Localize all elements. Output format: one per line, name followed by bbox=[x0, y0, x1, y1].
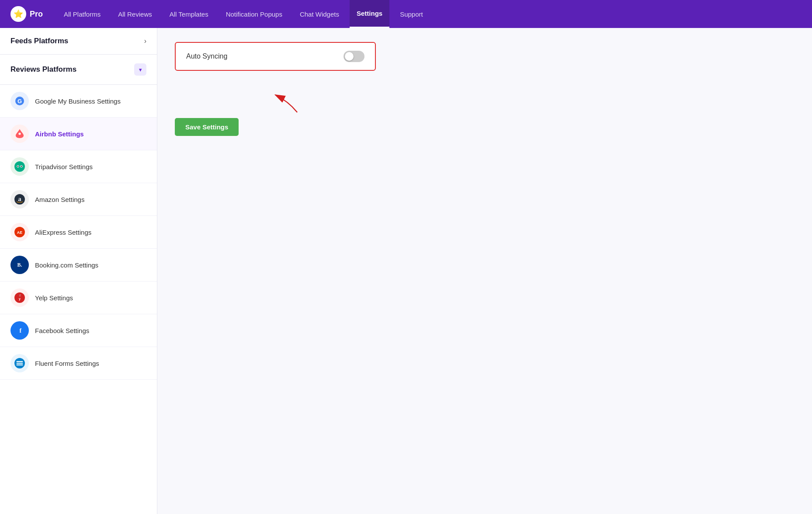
toggle-thumb bbox=[345, 52, 354, 61]
svg-point-7 bbox=[21, 166, 22, 167]
booking-icon: B. bbox=[10, 256, 29, 274]
sidebar-item-facebook[interactable]: f Facebook Settings bbox=[0, 314, 157, 347]
facebook-icon: f bbox=[10, 321, 29, 340]
auto-sync-label: Auto Syncing bbox=[186, 52, 227, 60]
sidebar-item-yelp[interactable]: 🍴y Yelp Settings bbox=[0, 281, 157, 314]
nav-support[interactable]: Support bbox=[393, 0, 430, 28]
auto-sync-box: Auto Syncing bbox=[175, 42, 376, 71]
nav-settings[interactable]: Settings bbox=[350, 0, 389, 28]
nav-notification-popups[interactable]: Notification Popups bbox=[219, 0, 289, 28]
sidebar-item-gmb[interactable]: G Google My Business Settings bbox=[0, 85, 157, 118]
amazon-icon: a bbox=[10, 190, 29, 208]
sidebar-item-gmb-label: Google My Business Settings bbox=[35, 97, 121, 105]
sidebar-item-booking[interactable]: B. Booking.com Settings bbox=[0, 249, 157, 281]
nav-logo: ⭐ Pro bbox=[10, 6, 43, 22]
reviews-chevron-down-icon[interactable]: ▾ bbox=[134, 63, 146, 76]
aliexpress-icon: AE bbox=[10, 223, 29, 241]
svg-text:B.: B. bbox=[17, 262, 22, 268]
navbar: ⭐ Pro All Platforms All Reviews All Temp… bbox=[0, 0, 812, 28]
sidebar-item-tripadvisor[interactable]: Tripadvisor Settings bbox=[0, 150, 157, 183]
sidebar-item-fluent[interactable]: Fluent Forms Settings bbox=[0, 347, 157, 380]
svg-text:f: f bbox=[19, 327, 21, 334]
sidebar-item-yelp-label: Yelp Settings bbox=[35, 294, 73, 302]
tripadvisor-icon bbox=[10, 157, 29, 176]
sidebar: Feeds Platforms › Reviews Platforms ▾ G … bbox=[0, 28, 157, 514]
gmb-icon: G bbox=[10, 92, 29, 110]
yelp-icon: 🍴y bbox=[10, 288, 29, 307]
main-content: Auto Syncing Save Settings bbox=[157, 28, 812, 514]
sidebar-item-facebook-label: Facebook Settings bbox=[35, 327, 89, 334]
toggle-track[interactable] bbox=[344, 51, 364, 62]
airbnb-icon bbox=[10, 125, 29, 143]
reviews-platforms-title: Reviews Platforms bbox=[10, 65, 76, 74]
sidebar-item-aliexpress-label: AliExpress Settings bbox=[35, 229, 91, 236]
arrow-annotation bbox=[175, 88, 376, 115]
nav-chat-widgets[interactable]: Chat Widgets bbox=[293, 0, 346, 28]
sidebar-item-booking-label: Booking.com Settings bbox=[35, 261, 98, 269]
sidebar-item-airbnb-label: Airbnb Settings bbox=[35, 130, 84, 138]
svg-text:AE: AE bbox=[17, 230, 22, 235]
logo-icon: ⭐ bbox=[10, 6, 26, 22]
feeds-platforms-title: Feeds Platforms bbox=[10, 37, 68, 45]
svg-text:G: G bbox=[17, 98, 22, 104]
feeds-platforms-header[interactable]: Feeds Platforms › bbox=[0, 28, 157, 55]
reviews-platforms-header[interactable]: Reviews Platforms ▾ bbox=[0, 55, 157, 85]
svg-text:a: a bbox=[18, 195, 21, 202]
fluent-icon bbox=[10, 354, 29, 372]
svg-point-6 bbox=[17, 166, 19, 167]
auto-sync-toggle[interactable] bbox=[344, 51, 364, 62]
svg-text:y: y bbox=[19, 297, 21, 301]
nav-all-platforms[interactable]: All Platforms bbox=[57, 0, 108, 28]
svg-point-2 bbox=[18, 132, 21, 135]
sidebar-item-amazon[interactable]: a Amazon Settings bbox=[0, 183, 157, 216]
sidebar-item-airbnb[interactable]: Airbnb Settings bbox=[0, 118, 157, 150]
main-container: Feeds Platforms › Reviews Platforms ▾ G … bbox=[0, 28, 812, 514]
sidebar-item-fluent-label: Fluent Forms Settings bbox=[35, 360, 99, 367]
svg-point-3 bbox=[14, 161, 25, 172]
sidebar-item-aliexpress[interactable]: AE AliExpress Settings bbox=[0, 216, 157, 249]
save-settings-button[interactable]: Save Settings bbox=[175, 118, 239, 136]
sidebar-item-tripadvisor-label: Tripadvisor Settings bbox=[35, 163, 93, 170]
feeds-chevron-right-icon: › bbox=[144, 37, 146, 45]
logo-text: Pro bbox=[30, 10, 43, 19]
sidebar-item-amazon-label: Amazon Settings bbox=[35, 196, 84, 203]
nav-all-reviews[interactable]: All Reviews bbox=[111, 0, 159, 28]
nav-all-templates[interactable]: All Templates bbox=[163, 0, 215, 28]
